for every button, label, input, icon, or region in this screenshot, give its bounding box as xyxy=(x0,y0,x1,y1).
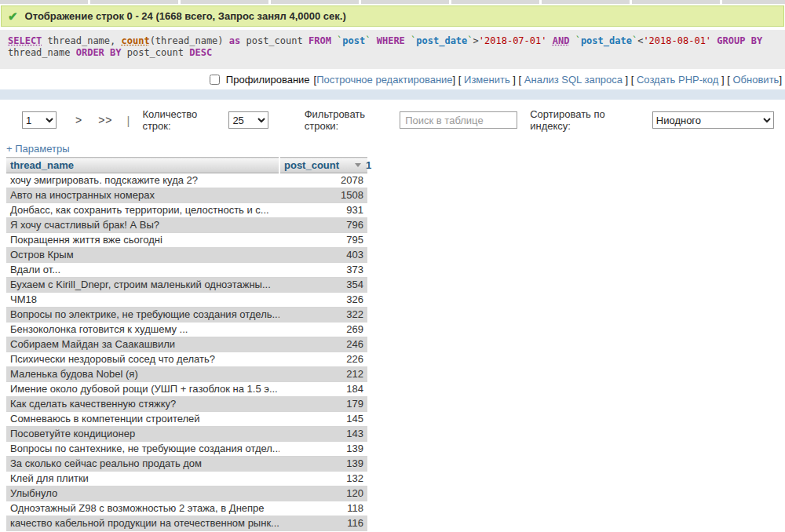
post-count-cell: 116 xyxy=(279,516,367,531)
post-count-cell: 322 xyxy=(279,308,367,322)
table-row: хочу эмигрировать. подскажите куда 2?207… xyxy=(6,173,367,188)
thread-name-cell: качество кабельной продукции на отечеств… xyxy=(6,516,279,531)
thread-name-cell: Одноэтажный Z98 с возможностью 2 этажа, … xyxy=(6,501,279,516)
sql-token: ORDER BY xyxy=(76,47,122,58)
page-select[interactable]: 1 xyxy=(22,111,57,129)
toolbar-link[interactable]: Создать PHP-код xyxy=(637,74,718,86)
post-count-cell: 354 xyxy=(279,278,367,293)
sql-token: FROM xyxy=(309,35,331,46)
sql-token xyxy=(405,35,411,46)
sort-by-index-label: Сортировать по индексу: xyxy=(530,108,638,132)
sql-token: GROUP BY xyxy=(717,35,762,46)
sql-token: count xyxy=(122,35,150,46)
table-row: Донбасс, как сохранить территории, целос… xyxy=(6,203,367,218)
sql-token: WHERE xyxy=(377,35,405,46)
table-row: Психически нездоровый сосед что делать?2… xyxy=(6,352,367,367)
post-count-cell: 403 xyxy=(279,248,367,263)
thread-name-cell: Вопросы по сантехнике, не требующие созд… xyxy=(6,442,279,457)
sql-token: post xyxy=(342,35,365,46)
sql-token xyxy=(331,35,337,46)
toolbar-link[interactable]: Анализ SQL запроса xyxy=(524,74,623,86)
toolbar-link[interactable]: Изменить xyxy=(464,74,510,86)
sql-query-box: SELECT thread_name, count(thread_name) a… xyxy=(0,30,785,69)
last-page-link[interactable]: >> xyxy=(98,114,112,126)
sql-token xyxy=(569,35,575,46)
table-row: Остров Крым403 xyxy=(6,248,367,263)
sql-token: '2018-08-01' xyxy=(643,35,711,46)
post-count-cell: 1508 xyxy=(279,188,367,203)
table-search-input[interactable] xyxy=(400,111,517,129)
column-header-thread-name[interactable]: thread_name xyxy=(6,158,279,173)
table-row: Маленька будова Nobel (я)212 xyxy=(6,367,367,382)
sort-desc-icon[interactable] xyxy=(355,163,361,167)
thread-name-cell: хочу эмигрировать. подскажите куда 2? xyxy=(6,173,279,188)
table-row: качество кабельной продукции на отечеств… xyxy=(6,516,367,531)
thread-name-cell: За сколько сейчас реально продать дом xyxy=(6,457,279,472)
table-row: Собираем Майдан за Саакашвили246 xyxy=(6,337,367,352)
toolbar-link-group: [ Анализ SQL запроса ] xyxy=(519,74,629,86)
post-count-cell: 269 xyxy=(279,322,367,337)
table-header-row: thread_name post_count 1 xyxy=(6,158,367,173)
table-row: Вопросы по сантехнике, не требующие созд… xyxy=(6,442,367,457)
post-count-cell: 139 xyxy=(279,457,367,472)
toolbar-link[interactable]: Обновить xyxy=(733,74,780,86)
query-toolbar: Профилирование [Построчное редактировани… xyxy=(0,69,785,89)
toolbar-link-group: [ Создать PHP-код ] xyxy=(631,74,725,86)
success-message-bar: ✔ Отображение строк 0 - 24 (1668 всего, … xyxy=(1,5,784,27)
table-row: Бензоколонка готовится к худшему ...269 xyxy=(6,322,367,337)
pagination-bar: 1 > >> | Количество строк: 25 Фильтроват… xyxy=(0,100,785,141)
post-count-label: post_count xyxy=(284,159,339,171)
post-count-cell: 796 xyxy=(279,218,367,233)
options-toggle-link[interactable]: + Параметры xyxy=(6,143,70,155)
sort-by-index-select[interactable]: Ниодного xyxy=(652,111,774,129)
sql-token: as xyxy=(229,35,240,46)
sql-token: '2018-07-01' xyxy=(479,35,547,46)
next-page-link[interactable]: > xyxy=(75,114,82,126)
top-cutoff-strip xyxy=(0,0,785,4)
thread-name-cell: Бухаем с Kirill_Dnepr, строим маленький … xyxy=(6,278,279,293)
sort-index-badge: 1 xyxy=(366,159,371,171)
post-count-cell: 373 xyxy=(279,263,367,278)
post-count-cell: 118 xyxy=(279,501,367,516)
post-count-cell: 246 xyxy=(279,337,367,352)
post-count-cell: 120 xyxy=(279,486,367,501)
post-count-cell: 184 xyxy=(279,382,367,397)
column-header-post-count[interactable]: post_count 1 xyxy=(279,158,367,173)
toolbar-links: [Построчное редактирование] [ Изменить ]… xyxy=(314,74,782,86)
rows-count-label: Количество строк: xyxy=(142,108,221,132)
profiling-checkbox[interactable] xyxy=(210,75,220,85)
post-count-cell: 795 xyxy=(279,233,367,248)
sql-token: post_date xyxy=(416,35,467,46)
thread-name-cell: Собираем Майдан за Саакашвили xyxy=(6,337,279,352)
success-message-text: Отображение строк 0 - 24 (1668 всего, За… xyxy=(25,10,346,22)
table-row: Сомневаюсь в компетенции строителей145 xyxy=(6,412,367,427)
thread-name-cell: Посоветуйте кондиционер xyxy=(6,427,279,442)
post-count-cell: 145 xyxy=(279,412,367,427)
sql-token: thread_name xyxy=(8,47,76,58)
sql-token: ` xyxy=(575,35,581,46)
toolbar-link[interactable]: Построчное редактирование xyxy=(316,74,452,86)
sql-query-text: SELECT thread_name, count(thread_name) a… xyxy=(8,35,762,58)
sql-token: DESC xyxy=(189,47,212,58)
thread-name-cell: Психически нездоровый сосед что делать? xyxy=(6,352,279,367)
sql-token: post_count xyxy=(122,47,190,58)
thread-name-cell: Остров Крым xyxy=(6,248,279,263)
results-table: thread_name post_count 1 хочу эмигрирова… xyxy=(6,157,367,532)
toolbar-link-group: [Построчное редактирование] xyxy=(314,74,456,86)
table-row: За сколько сейчас реально продать дом139 xyxy=(6,457,367,472)
table-row: Посоветуйте кондиционер143 xyxy=(6,427,367,442)
toolbar-link-group: [ Обновить] xyxy=(727,74,782,86)
thread-name-cell: Я хочу счастливый брак! А Вы? xyxy=(6,218,279,233)
sql-token: post_count xyxy=(240,35,309,46)
thread-name-cell: Донбасс, как сохранить территории, целос… xyxy=(6,203,279,218)
sql-token: SELECT xyxy=(8,35,42,46)
post-count-cell: 143 xyxy=(279,427,367,442)
thread-name-cell: Имение около дубовой рощи (УШП + газобло… xyxy=(6,382,279,397)
thread-name-cell: Сомневаюсь в компетенции строителей xyxy=(6,412,279,427)
table-row: Клей для плитки132 xyxy=(6,472,367,486)
sql-token xyxy=(547,35,553,46)
results-table-body: хочу эмигрировать. подскажите куда 2?207… xyxy=(6,173,367,532)
profiling-label: Профилирование xyxy=(226,74,310,86)
rows-count-select[interactable]: 25 xyxy=(228,111,268,129)
sql-token: > xyxy=(473,35,479,46)
